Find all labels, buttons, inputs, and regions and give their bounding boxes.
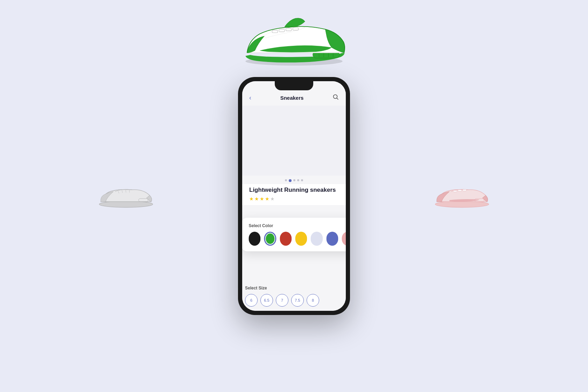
product-name: Lightweight Running sneakers (249, 186, 339, 194)
phone-content: ‹ Sneakers (242, 81, 346, 311)
page-title: Sneakers (280, 95, 304, 101)
svg-rect-17 (293, 28, 298, 30)
svg-point-0 (99, 201, 153, 207)
dot-2[interactable] (289, 179, 292, 182)
star-4: ★ (265, 196, 270, 202)
color-black[interactable] (248, 232, 260, 246)
back-button[interactable]: ‹ (249, 94, 251, 102)
svg-line-7 (337, 98, 338, 100)
color-red[interactable] (280, 232, 292, 246)
color-light-gray[interactable] (311, 232, 323, 246)
size-selector-card: Select Size 6 6.5 7 7.5 8 (242, 281, 346, 311)
color-label: Select Color (248, 223, 346, 228)
product-info: Lightweight Running sneakers ★ ★ ★ ★ ★ (242, 184, 346, 205)
color-yellow[interactable] (295, 232, 307, 246)
svg-rect-16 (286, 28, 292, 31)
right-sneaker (430, 180, 493, 209)
dot-3[interactable] (293, 179, 295, 181)
product-image-area (242, 106, 346, 176)
color-green[interactable] (264, 232, 276, 246)
left-sneaker (94, 180, 158, 209)
star-2: ★ (254, 196, 259, 202)
phone-screen: ‹ Sneakers (242, 81, 346, 311)
svg-point-18 (435, 201, 489, 207)
size-7[interactable]: 7 (276, 294, 288, 307)
color-selector-card: Select Color (242, 218, 346, 251)
search-button[interactable] (332, 94, 339, 102)
dot-1[interactable] (285, 179, 287, 181)
size-options: 6 6.5 7 7.5 8 (245, 294, 343, 307)
dot-5[interactable] (301, 179, 303, 181)
svg-rect-20 (458, 190, 462, 191)
color-navy[interactable] (326, 232, 338, 246)
color-pink[interactable] (342, 232, 346, 246)
size-6-5[interactable]: 6.5 (260, 294, 273, 307)
image-dots (242, 176, 346, 184)
size-8[interactable]: 8 (307, 294, 319, 307)
phone-frame: ‹ Sneakers (238, 77, 350, 315)
phone-notch (275, 81, 313, 90)
star-3: ★ (260, 196, 264, 202)
star-5: ★ (270, 196, 275, 202)
size-7-5[interactable]: 7.5 (291, 294, 304, 307)
main-sneaker (234, 10, 354, 68)
svg-point-6 (334, 95, 337, 99)
color-options (248, 232, 346, 246)
svg-rect-14 (272, 30, 278, 33)
star-1: ★ (249, 196, 254, 202)
size-label: Select Size (245, 286, 343, 290)
svg-rect-21 (463, 189, 467, 191)
size-6[interactable]: 6 (245, 294, 258, 307)
svg-rect-19 (453, 190, 457, 192)
scene: ‹ Sneakers (84, 38, 504, 354)
svg-rect-15 (279, 29, 285, 32)
star-rating: ★ ★ ★ ★ ★ (249, 196, 339, 202)
dot-4[interactable] (297, 179, 299, 181)
